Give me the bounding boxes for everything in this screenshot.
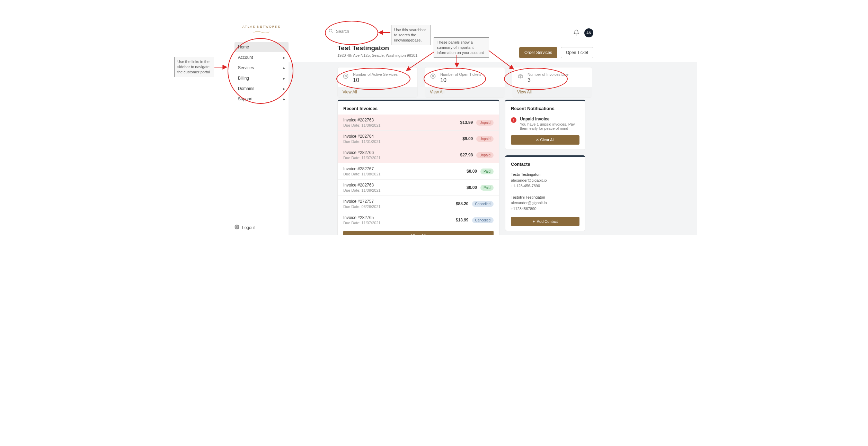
clear-all-button[interactable]: ✕ Clear All (511, 135, 579, 145)
invoice-amount: $13.99 (460, 120, 473, 125)
contacts-title: Contacts (505, 157, 585, 170)
invoice-name: Invoice #282767 (343, 166, 381, 171)
status-badge: Paid (480, 185, 494, 191)
summary-value: 10 (353, 77, 398, 83)
svg-point-6 (432, 75, 434, 77)
sidebar-item-domains[interactable]: Domains▸ (234, 83, 289, 94)
invoice-name: Invoice #282763 (343, 118, 381, 122)
add-contact-label: Add Contact (537, 219, 558, 224)
invoice-row[interactable]: Invoice #282765 Due Date: 11/07/2021 $13… (338, 212, 499, 228)
sidebar: ATLAS NETWORKS HomeAccount▸Services▸Bill… (234, 25, 289, 104)
invoice-amount: $9.00 (462, 136, 473, 141)
summary-label: Number of Open Tickets (440, 72, 481, 76)
chevron-right-icon: ▸ (283, 97, 285, 101)
invoice-due: Due Date: 11/08/2021 (343, 172, 381, 176)
notification-row[interactable]: ! Unpaid Invoice You have 1 unpaid invoi… (505, 115, 585, 134)
status-badge: Unpaid (476, 120, 494, 126)
contact-name: Testo Testingaton (511, 172, 579, 178)
svg-point-1 (329, 29, 332, 32)
annotation-search: Use this searchbar to search the knowled… (391, 25, 431, 45)
contact-phone: +11234567890 (511, 206, 579, 212)
sidebar-item-services[interactable]: Services▸ (234, 63, 289, 73)
annotation-panels: These panels show a summary of important… (434, 37, 489, 58)
contact-entry: Testolini Testingaton alexander@gigabit.… (505, 193, 585, 216)
contact-entry: Testo Testingaton alexander@gigabit.io +… (505, 170, 585, 193)
svg-line-13 (489, 51, 514, 69)
add-contact-button[interactable]: + Add Contact (511, 217, 579, 226)
invoice-name: Invoice #282764 (343, 134, 381, 139)
invoice-name: Invoice #272757 (343, 199, 381, 204)
chevron-right-icon: ▸ (283, 66, 285, 70)
contact-phone: +1.123-456-7890 (511, 183, 579, 189)
gear-icon (234, 225, 239, 230)
clear-all-label: Clear All (540, 138, 555, 142)
invoice-row[interactable]: Invoice #272757 Due Date: 08/26/2021 $88… (338, 195, 499, 212)
status-badge: Unpaid (476, 152, 494, 158)
invoice-due: Due Date: 11/06/2021 (343, 123, 381, 127)
chevron-right-icon: ▸ (283, 56, 285, 60)
search-input[interactable]: Search (328, 28, 349, 34)
recent-notifications-title: Recent Notifications (505, 101, 585, 115)
status-badge: Paid (480, 169, 494, 174)
sidebar-item-label: Services (238, 65, 254, 70)
invoice-row[interactable]: Invoice #282764 Due Date: 11/01/2021 $9.… (338, 130, 499, 147)
chevron-right-icon: ▸ (283, 87, 285, 91)
summary-label: Number of Invoices Due (528, 72, 568, 76)
summary-icon (343, 73, 349, 79)
sidebar-item-account[interactable]: Account▸ (234, 52, 289, 63)
invoice-amount: $0.00 (467, 185, 477, 190)
recent-invoices-panel: Recent Invoices Invoice #282763 Due Date… (337, 100, 499, 235)
summary-card-1: Number of Open Tickets 10 View All (425, 67, 505, 98)
summary-view-all-link[interactable]: View All (425, 87, 505, 97)
close-icon: ✕ (536, 138, 540, 142)
sidebar-item-home[interactable]: Home (234, 42, 289, 52)
avatar[interactable]: AN (584, 28, 593, 37)
invoice-row[interactable]: Invoice #282763 Due Date: 11/06/2021 $13… (338, 115, 499, 130)
chevron-right-icon: ▸ (283, 76, 285, 80)
sidebar-item-label: Support (238, 97, 253, 101)
open-ticket-button[interactable]: Open Ticket (561, 47, 593, 58)
order-services-button[interactable]: Order Services (519, 47, 557, 58)
annotation-sidebar: Use the links in the sidebar to navigate… (174, 57, 214, 77)
sidebar-item-label: Home (238, 45, 249, 49)
brand-logo-text: ATLAS NETWORKS (234, 25, 289, 28)
sidebar-item-label: Account (238, 55, 253, 60)
plus-icon: + (533, 219, 537, 224)
status-badge: Unpaid (476, 136, 494, 142)
summary-card-0: Number of Active Services 10 View All (337, 67, 418, 98)
summary-value: 10 (440, 77, 481, 83)
notification-title: Unpaid Invoice (520, 117, 579, 121)
recent-notifications-panel: Recent Notifications ! Unpaid Invoice Yo… (505, 100, 585, 150)
summary-icon (517, 73, 523, 79)
customer-address: 1920 4th Ave N125, Seattle, Washington 9… (337, 53, 417, 57)
bell-icon[interactable] (573, 29, 579, 37)
sidebar-item-support[interactable]: Support▸ (234, 94, 289, 104)
invoices-view-all-button[interactable]: View All (343, 231, 494, 235)
summary-view-all-link[interactable]: View All (338, 87, 417, 97)
contact-email: alexander@gigabit.io (511, 200, 579, 206)
summary-value: 3 (528, 77, 568, 83)
invoice-row[interactable]: Invoice #282768 Due Date: 11/08/2021 $0.… (338, 179, 499, 195)
customer-header: Test Testingaton 1920 4th Ave N125, Seat… (337, 44, 417, 57)
logout-label: Logout (242, 225, 255, 230)
svg-point-0 (236, 226, 238, 228)
invoice-name: Invoice #282768 (343, 183, 381, 188)
search-placeholder: Search (336, 29, 349, 34)
summary-icon (430, 73, 436, 79)
contacts-panel: Contacts Testo Testingaton alexander@gig… (505, 155, 585, 231)
invoice-due: Due Date: 11/08/2021 (343, 188, 381, 192)
invoice-row[interactable]: Invoice #282767 Due Date: 11/08/2021 $0.… (338, 163, 499, 179)
svg-point-3 (345, 75, 347, 77)
sidebar-item-billing[interactable]: Billing▸ (234, 73, 289, 83)
invoice-amount: $13.99 (456, 218, 469, 222)
summary-view-all-link[interactable]: View All (512, 87, 592, 97)
status-badge: Cancelled (472, 217, 494, 223)
search-icon (328, 28, 333, 34)
svg-point-4 (343, 74, 348, 79)
summary-card-2: Number of Invoices Due 3 View All (512, 67, 592, 98)
logout-link[interactable]: Logout (234, 221, 289, 230)
notification-body: You have 1 unpaid invoices. Pay them ear… (520, 122, 579, 130)
alert-icon: ! (511, 117, 516, 123)
summary-label: Number of Active Services (353, 72, 398, 76)
invoice-row[interactable]: Invoice #282766 Due Date: 11/07/2021 $27… (338, 147, 499, 163)
